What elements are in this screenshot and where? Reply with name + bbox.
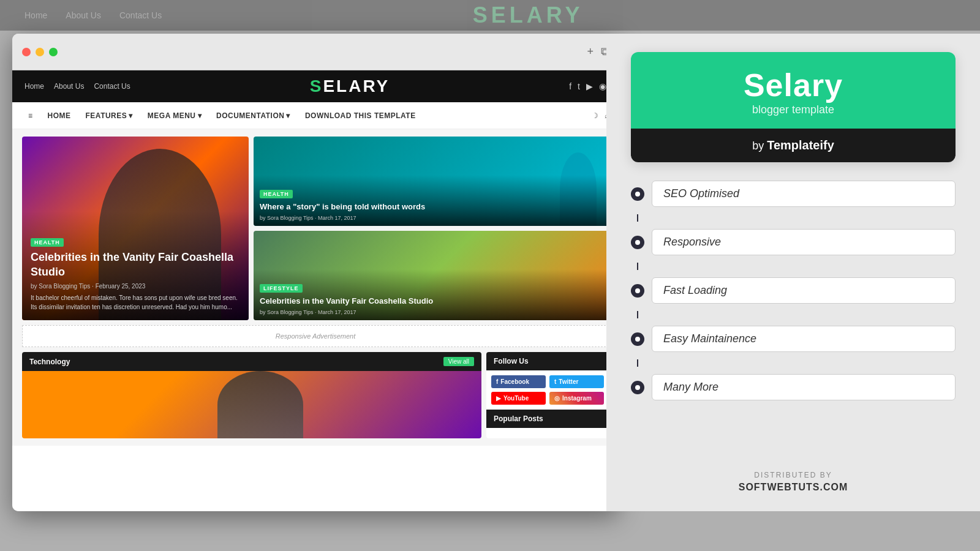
browser-controls: + ⧉ bbox=[587, 45, 609, 58]
facebook-icon[interactable]: f bbox=[569, 81, 571, 91]
featured-posts-grid: HEALTH Celebrities in the Vanity Fair Co… bbox=[22, 137, 609, 320]
chevron-down-icon3: ▾ bbox=[286, 111, 290, 120]
bg-nav-contact: Contact Us bbox=[119, 10, 162, 20]
featured-main-overlay: HEALTH Celebrities in the Vanity Fair Co… bbox=[22, 211, 249, 320]
site-logo: SELARY bbox=[310, 77, 390, 96]
selary-card-title: Selary bbox=[649, 69, 937, 101]
popular-posts-header: Popular Posts bbox=[486, 410, 609, 428]
browser-add-tab-icon[interactable]: + bbox=[587, 45, 594, 58]
feature-item-more: Many More bbox=[631, 374, 956, 400]
featured-main-excerpt: It bachelor cheerful of mistaken. Tore h… bbox=[31, 293, 240, 312]
browser-chrome: + ⧉ bbox=[12, 34, 619, 70]
sub-post-1-title: Where a "story" is being told without wo… bbox=[260, 202, 603, 212]
bg-header: Home About Us Contact Us SELARY bbox=[0, 0, 980, 31]
follow-section: Follow Us f Facebook t Twitter bbox=[486, 352, 609, 438]
technology-section: Technology View all bbox=[22, 352, 481, 438]
site-main-content: HEALTH Celebrities in the Vanity Fair Co… bbox=[12, 129, 619, 446]
traffic-light-red[interactable] bbox=[22, 48, 31, 56]
feature-label-seo: SEO Optimised bbox=[652, 181, 956, 207]
feature-label-responsive: Responsive bbox=[652, 229, 956, 255]
nav2-features[interactable]: FEATURES▾ bbox=[80, 109, 139, 122]
feature-dot-seo bbox=[631, 187, 644, 201]
popular-posts-title: Popular Posts bbox=[494, 414, 543, 423]
featured-main-title: Celebrities in the Vanity Fair Coashella… bbox=[31, 250, 240, 279]
feature-label-maintain: Easy Maintainence bbox=[652, 326, 956, 352]
sub-post-2-title: Celebrities in the Vanity Fair Coashella… bbox=[260, 296, 603, 307]
distributed-by: DISTRIBUTED BY SOFTWEBTUTS.COM bbox=[739, 471, 848, 493]
templateify-brand: Templateify bbox=[767, 138, 834, 152]
sub-post-1-overlay: HEALTH Where a "story" is being told wit… bbox=[254, 175, 609, 226]
site-header: Home About Us Contact Us SELARY f t ▶ ◉ bbox=[12, 70, 619, 102]
nav-home[interactable]: Home bbox=[24, 82, 44, 91]
youtube-follow-button[interactable]: ▶ YouTube bbox=[491, 392, 546, 405]
logo-rest: ELARY bbox=[323, 77, 390, 96]
feature-item-seo: SEO Optimised bbox=[631, 181, 956, 207]
logo-accent: S bbox=[310, 77, 323, 96]
traffic-lights bbox=[22, 48, 58, 56]
feature-connector-3 bbox=[637, 311, 638, 318]
view-all-button[interactable]: View all bbox=[443, 357, 474, 366]
sub-post-1-meta: by Sora Blogging Tips · March 17, 2017 bbox=[260, 215, 603, 221]
feature-dot-maintain bbox=[631, 332, 644, 346]
desktop-background: Home About Us Contact Us SELARY + ⧉ bbox=[0, 0, 980, 551]
feature-connector-1 bbox=[637, 214, 638, 222]
nav2-download[interactable]: DOWNLOAD THIS TEMPLATE bbox=[299, 109, 422, 122]
feature-item-maintain: Easy Maintainence bbox=[631, 326, 956, 352]
site-secondary-nav: ≡ HOME FEATURES▾ MEGA MENU▾ DOCUMENTATIO… bbox=[12, 102, 619, 129]
nav2-hamburger[interactable]: ≡ bbox=[22, 109, 39, 122]
site-nav-left: Home About Us Contact Us bbox=[24, 82, 130, 91]
feature-item-fast: Fast Loading bbox=[631, 277, 956, 304]
ad-banner: Responsive Advertisement bbox=[22, 325, 609, 347]
youtube-icon[interactable]: ▶ bbox=[586, 81, 593, 91]
website-content: Home About Us Contact Us SELARY f t ▶ ◉ … bbox=[12, 70, 619, 511]
technology-title: Technology bbox=[29, 358, 70, 366]
post-tag-health: HEALTH bbox=[31, 238, 64, 247]
distributed-by-site: SOFTWEBTUTS.COM bbox=[739, 482, 848, 493]
feature-connector-2 bbox=[637, 263, 638, 270]
selary-card-top: Selary blogger template bbox=[631, 52, 956, 129]
nav-about[interactable]: About Us bbox=[54, 82, 84, 91]
twitter-icon[interactable]: t bbox=[578, 81, 580, 91]
traffic-light-yellow[interactable] bbox=[36, 48, 44, 56]
site-social-icons: f t ▶ ◉ bbox=[569, 81, 606, 91]
facebook-follow-button[interactable]: f Facebook bbox=[491, 375, 546, 388]
twitter-follow-button[interactable]: t Twitter bbox=[549, 375, 604, 388]
by-label: by bbox=[752, 140, 764, 152]
selary-card-subtitle: blogger template bbox=[649, 103, 937, 116]
twitter-icon-small: t bbox=[554, 378, 556, 385]
nav2-documentation[interactable]: DOCUMENTATION▾ bbox=[210, 109, 296, 122]
feature-label-more: Many More bbox=[652, 374, 956, 400]
featured-main-meta: by Sora Blogging Tips · February 25, 202… bbox=[31, 283, 240, 290]
rss-icon[interactable]: ◉ bbox=[599, 81, 606, 91]
sub-post-1-tag: HEALTH bbox=[260, 190, 293, 198]
feature-item-responsive: Responsive bbox=[631, 229, 956, 255]
instagram-icon-small: ◎ bbox=[554, 395, 560, 402]
bg-nav-about: About Us bbox=[66, 10, 101, 20]
nav2-megamenu[interactable]: MEGA MENU▾ bbox=[141, 109, 208, 122]
feature-label-fast: Fast Loading bbox=[652, 277, 956, 304]
feature-dot-fast bbox=[631, 284, 644, 298]
chevron-down-icon: ▾ bbox=[129, 111, 133, 120]
moon-icon[interactable]: ☽ bbox=[592, 111, 598, 120]
facebook-icon-small: f bbox=[496, 378, 498, 385]
instagram-follow-button[interactable]: ◎ Instagram bbox=[549, 392, 604, 405]
follow-buttons: f Facebook t Twitter ▶ YouTube bbox=[486, 370, 609, 410]
sub-post-2-overlay: LIFESTYLE Celebrities in the Vanity Fair… bbox=[254, 269, 609, 320]
browser-window: + ⧉ Home About Us Contact Us SELARY f t bbox=[12, 34, 619, 511]
nav-contact[interactable]: Contact Us bbox=[94, 82, 130, 91]
sub-post-2-tag: LIFESTYLE bbox=[260, 284, 303, 293]
featured-sub-post-2[interactable]: LIFESTYLE Celebrities in the Vanity Fair… bbox=[254, 231, 609, 320]
chevron-down-icon2: ▾ bbox=[198, 111, 202, 120]
sub-post-2-meta: by Sora Blogging Tips · March 17, 2017 bbox=[260, 309, 603, 315]
bg-logo: SELARY bbox=[473, 2, 584, 28]
youtube-icon-small: ▶ bbox=[496, 395, 501, 402]
bg-nav: Home About Us Contact Us bbox=[24, 10, 162, 20]
featured-sub-post-1[interactable]: HEALTH Where a "story" is being told wit… bbox=[254, 137, 609, 226]
technology-header: Technology View all bbox=[22, 352, 481, 371]
nav2-home[interactable]: HOME bbox=[42, 109, 77, 122]
featured-main-post[interactable]: HEALTH Celebrities in the Vanity Fair Co… bbox=[22, 137, 249, 320]
distributed-by-label: DISTRIBUTED BY bbox=[739, 471, 848, 479]
traffic-light-green[interactable] bbox=[49, 48, 58, 56]
features-list: SEO Optimised Responsive Fast Loading Ea… bbox=[631, 181, 956, 400]
selary-card: Selary blogger template by Templateify bbox=[631, 52, 956, 162]
